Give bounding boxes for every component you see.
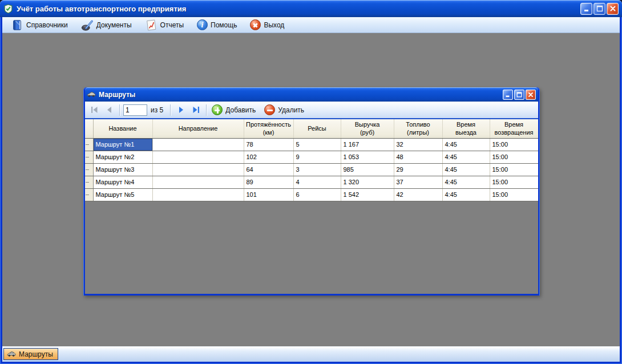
grid-cell[interactable]: 1 542 <box>341 188 394 201</box>
toolbar-button-help[interactable]: Помощь <box>194 19 243 31</box>
grid-cell[interactable]: 89 <box>244 176 293 188</box>
row-header[interactable] <box>85 188 93 201</box>
column-header[interactable]: Топливо (литры) <box>394 119 442 138</box>
column-header[interactable]: Время выезда <box>442 119 490 138</box>
grid-cell[interactable]: 64 <box>244 163 293 176</box>
grid-cell[interactable]: 1 320 <box>341 176 394 188</box>
table-row: Маршрут №210291 053484:4515:00 <box>85 151 538 163</box>
add-record-button[interactable]: Добавить <box>210 104 261 116</box>
routes-window-controls <box>503 90 536 100</box>
grid-cell[interactable]: 15:00 <box>490 188 538 201</box>
column-header[interactable]: Направление <box>152 119 244 138</box>
toolbar-button-label: Помощь <box>211 21 237 29</box>
toolbar-button-label: Выход <box>264 21 284 29</box>
book-icon <box>11 19 23 31</box>
toolbar-button-directories[interactable]: Справочники <box>8 18 74 32</box>
grid-cell[interactable]: Маршрут №5 <box>93 188 152 201</box>
grid-cell[interactable]: 15:00 <box>490 138 538 151</box>
grid-cell[interactable]: 4:45 <box>442 176 490 188</box>
grid-cell[interactable]: 78 <box>244 138 293 151</box>
column-header[interactable]: Рейсы <box>293 119 341 138</box>
toolbar-button-label: Документы <box>96 21 132 29</box>
window-titlebar: Учёт работы автотранспортного предприяти… <box>0 0 622 17</box>
taskbar-button-label: Маршруты <box>19 350 53 358</box>
toolbar-separator <box>119 104 120 116</box>
column-header[interactable]: Время возвращения <box>490 119 538 138</box>
close-button[interactable] <box>607 3 619 15</box>
grid-cell[interactable]: 4:45 <box>442 188 490 201</box>
grid-cell[interactable]: 48 <box>394 151 442 163</box>
grid-corner-cell[interactable] <box>85 119 93 138</box>
maximize-button[interactable] <box>593 3 605 15</box>
main-toolbar: Справочники Документы <box>2 17 620 33</box>
column-header[interactable]: Название <box>93 119 152 138</box>
child-close-button[interactable] <box>526 90 536 100</box>
routes-window-client: из 5 Добавить Удалить <box>85 102 538 294</box>
grid-cell[interactable]: Маршрут №1 <box>93 138 152 151</box>
grid-cell[interactable]: Маршрут №4 <box>93 176 152 188</box>
grid-cell[interactable]: 4:45 <box>442 138 490 151</box>
toolbar-button-reports[interactable]: Отчеты <box>142 18 189 32</box>
plus-icon <box>212 104 223 115</box>
minimize-button[interactable] <box>580 3 592 15</box>
grid-cell[interactable] <box>152 176 244 188</box>
table-row: Маршрут №510161 542424:4515:00 <box>85 188 538 201</box>
grid-cell[interactable]: 32 <box>394 138 442 151</box>
grid-cell[interactable]: 15:00 <box>490 176 538 188</box>
grid-cell[interactable] <box>152 151 244 163</box>
column-header[interactable]: Протяжённость (км) <box>244 119 293 138</box>
app-icon <box>3 4 13 14</box>
grid-cell[interactable]: 42 <box>394 188 442 201</box>
routes-window-title: Маршруты <box>99 91 500 99</box>
window-title: Учёт работы автотранспортного предприяти… <box>17 5 577 13</box>
grid-cell[interactable]: 29 <box>394 163 442 176</box>
grid-cell[interactable]: 4:45 <box>442 151 490 163</box>
grid-cell[interactable]: 102 <box>244 151 293 163</box>
record-navigator: из 5 Добавить Удалить <box>85 102 538 118</box>
grid-cell[interactable]: 6 <box>293 188 341 201</box>
row-header[interactable] <box>85 138 93 151</box>
nav-prev-button[interactable] <box>102 104 116 116</box>
car-icon <box>87 91 96 98</box>
table-row: Маршрут №17851 167324:4515:00 <box>85 138 538 151</box>
table-row: Маршрут №3643985294:4515:00 <box>85 163 538 176</box>
grid-cell[interactable] <box>152 163 244 176</box>
nav-first-button[interactable] <box>87 104 101 116</box>
grid-cell[interactable]: Маршрут №3 <box>93 163 152 176</box>
grid-cell[interactable]: 3 <box>293 163 341 176</box>
nav-last-button[interactable] <box>189 104 203 116</box>
toolbar-button-documents[interactable]: Документы <box>78 18 138 32</box>
row-header[interactable] <box>85 151 93 163</box>
ink-pen-icon <box>81 19 94 31</box>
grid-cell[interactable]: 5 <box>293 138 341 151</box>
grid-cell[interactable]: 15:00 <box>490 163 538 176</box>
record-number-input[interactable] <box>123 104 147 116</box>
grid-cell[interactable]: 985 <box>341 163 394 176</box>
grid-cell[interactable]: 1 053 <box>341 151 394 163</box>
row-header[interactable] <box>85 176 93 188</box>
toolbar-button-label: Справочники <box>26 21 68 29</box>
grid-cell[interactable]: 15:00 <box>490 151 538 163</box>
toolbar-separator <box>206 104 207 116</box>
toolbar-button-exit[interactable]: Выход <box>247 19 290 31</box>
mdi-client-area: Справочники Документы <box>2 17 620 362</box>
grid-cell[interactable]: 4 <box>293 176 341 188</box>
column-header[interactable]: Выручка (руб) <box>341 119 394 138</box>
grid-cell[interactable] <box>152 138 244 151</box>
mdi-taskbar: Маршруты <box>2 346 620 362</box>
grid-cell[interactable]: 9 <box>293 151 341 163</box>
delete-record-button[interactable]: Удалить <box>262 104 310 116</box>
grid-cell[interactable]: Маршрут №2 <box>93 151 152 163</box>
taskbar-button-routes[interactable]: Маршруты <box>3 348 58 360</box>
child-maximize-button[interactable] <box>514 90 524 100</box>
child-minimize-button[interactable] <box>503 90 513 100</box>
row-header[interactable] <box>85 163 93 176</box>
grid-cell[interactable]: 37 <box>394 176 442 188</box>
grid-cell[interactable]: 101 <box>244 188 293 201</box>
table-row: Маршрут №48941 320374:4515:00 <box>85 176 538 188</box>
grid-cell[interactable]: 1 167 <box>341 138 394 151</box>
grid-cell[interactable]: 4:45 <box>442 163 490 176</box>
routes-window: Маршруты <box>83 87 540 296</box>
grid-cell[interactable] <box>152 188 244 201</box>
nav-next-button[interactable] <box>174 104 188 116</box>
